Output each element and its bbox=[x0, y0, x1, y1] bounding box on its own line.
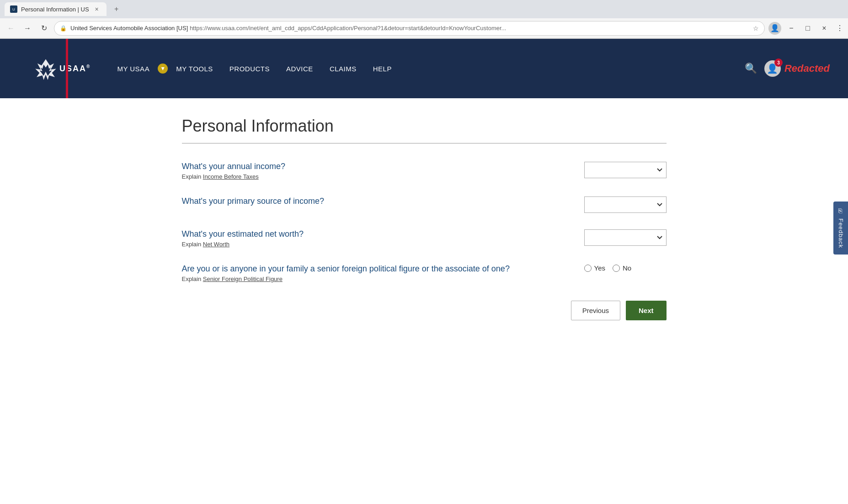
political-figure-no-label: No bbox=[623, 264, 631, 272]
political-figure-yes-radio[interactable] bbox=[584, 265, 592, 272]
net-worth-question: What's your estimated net worth? bbox=[182, 229, 566, 239]
political-figure-no-radio[interactable] bbox=[613, 265, 620, 272]
political-figure-label-area: Are you or is anyone in your family a se… bbox=[182, 264, 566, 282]
annual-income-label-area: What's your annual income? Explain Incom… bbox=[182, 162, 566, 180]
nav-dropdown-icon[interactable]: ▼ bbox=[158, 64, 168, 74]
profile-button[interactable]: 👤 bbox=[768, 22, 781, 35]
net-worth-row: What's your estimated net worth? Explain… bbox=[182, 229, 667, 248]
primary-income-select[interactable] bbox=[584, 196, 667, 213]
political-figure-row: Are you or is anyone in your family a se… bbox=[182, 264, 667, 282]
primary-income-label-area: What's your primary source of income? bbox=[182, 196, 566, 208]
browser-menu-button[interactable]: ⋮ bbox=[836, 24, 843, 32]
primary-income-row: What's your primary source of income? bbox=[182, 196, 667, 213]
maximize-button[interactable]: □ bbox=[801, 22, 814, 35]
nav-item-advice[interactable]: ADVICE bbox=[278, 65, 321, 73]
back-button[interactable]: ← bbox=[5, 22, 17, 35]
political-figure-no-option[interactable]: No bbox=[613, 264, 631, 272]
nav-item-help[interactable]: HELP bbox=[365, 65, 400, 73]
search-button[interactable]: 🔍 bbox=[745, 63, 757, 74]
page-title: Personal Information bbox=[182, 117, 667, 136]
tab-title: Personal Information | US bbox=[21, 6, 89, 13]
net-worth-control bbox=[584, 229, 667, 246]
net-worth-section: What's your estimated net worth? Explain… bbox=[182, 229, 667, 248]
political-figure-section: Are you or is anyone in your family a se… bbox=[182, 264, 667, 282]
usaa-text: USAA® bbox=[59, 64, 91, 74]
political-figure-question: Are you or is anyone in your family a se… bbox=[182, 264, 566, 274]
usaa-logo-area: USAA® bbox=[32, 57, 91, 80]
tab-favicon: U bbox=[10, 5, 17, 13]
new-tab-button[interactable]: + bbox=[110, 3, 123, 16]
annual-income-explain: Explain Income Before Taxes bbox=[182, 173, 566, 180]
user-profile-button[interactable]: 👤 3 bbox=[764, 60, 781, 77]
browser-titlebar: U Personal Information | US × + bbox=[0, 0, 848, 18]
usaa-eagle-icon bbox=[32, 57, 59, 80]
primary-income-section: What's your primary source of income? bbox=[182, 196, 667, 213]
annual-income-row: What's your annual income? Explain Incom… bbox=[182, 162, 667, 180]
lock-icon: 🔒 bbox=[60, 25, 67, 32]
usaa-navigation: USAA® MY USAA ▼ MY TOOLS PRODUCTS ADVICE… bbox=[0, 39, 848, 98]
forward-button[interactable]: → bbox=[21, 22, 34, 35]
political-figure-control: Yes No bbox=[584, 264, 667, 272]
feedback-label: Feedback bbox=[837, 218, 844, 248]
nav-right: 🔍 👤 3 Redacted bbox=[745, 60, 830, 77]
annual-income-control bbox=[584, 162, 667, 178]
nav-item-claims[interactable]: CLAIMS bbox=[321, 65, 365, 73]
main-content: Personal Information What's your annual … bbox=[173, 98, 676, 366]
address-bar[interactable]: 🔒 United Services Automobile Association… bbox=[54, 21, 765, 36]
browser-tab[interactable]: U Personal Information | US × bbox=[5, 2, 107, 16]
nav-item-products[interactable]: PRODUCTS bbox=[221, 65, 278, 73]
usaa-logo: USAA® bbox=[59, 64, 91, 74]
feedback-icon: ⎘ bbox=[837, 208, 844, 215]
nav-user-area: 👤 3 Redacted bbox=[764, 60, 830, 77]
form-footer: Previous Next bbox=[182, 301, 667, 339]
political-figure-yes-label: Yes bbox=[594, 264, 605, 272]
tab-close-button[interactable]: × bbox=[93, 5, 101, 13]
reload-button[interactable]: ↻ bbox=[37, 22, 50, 35]
new-tab-area: + bbox=[107, 3, 127, 16]
nav-item-my-usaa[interactable]: MY USAA bbox=[109, 65, 158, 73]
previous-button[interactable]: Previous bbox=[571, 301, 620, 320]
political-figure-explain: Explain Senior Foreign Political Figure bbox=[182, 276, 566, 282]
redacted-user-name: Redacted bbox=[784, 63, 830, 74]
net-worth-link[interactable]: Net Worth bbox=[203, 241, 229, 248]
nav-item-my-tools[interactable]: MY TOOLS bbox=[168, 65, 221, 73]
primary-income-question: What's your primary source of income? bbox=[182, 196, 566, 206]
senior-foreign-political-link[interactable]: Senior Foreign Political Figure bbox=[203, 276, 283, 282]
annual-income-section: What's your annual income? Explain Incom… bbox=[182, 162, 667, 180]
close-window-button[interactable]: × bbox=[818, 22, 831, 35]
net-worth-select[interactable] bbox=[584, 229, 667, 246]
income-before-taxes-link[interactable]: Income Before Taxes bbox=[203, 173, 259, 180]
address-bar-text: United Services Automobile Association [… bbox=[70, 25, 749, 32]
notification-badge: 3 bbox=[774, 58, 783, 67]
annual-income-select[interactable] bbox=[584, 162, 667, 178]
next-button[interactable]: Next bbox=[626, 301, 667, 320]
bookmark-button[interactable]: ☆ bbox=[753, 25, 759, 32]
browser-chrome: U Personal Information | US × + ← → ↻ 🔒 … bbox=[0, 0, 848, 39]
browser-toolbar: ← → ↻ 🔒 United Services Automobile Assoc… bbox=[0, 18, 848, 38]
feedback-tab[interactable]: ⎘ Feedback bbox=[833, 202, 848, 255]
nav-links: MY USAA ▼ MY TOOLS PRODUCTS ADVICE CLAIM… bbox=[109, 64, 745, 74]
political-figure-radio-group: Yes No bbox=[584, 264, 632, 272]
page-wrapper: USAA® MY USAA ▼ MY TOOLS PRODUCTS ADVICE… bbox=[0, 39, 848, 504]
minimize-button[interactable]: − bbox=[785, 22, 798, 35]
political-figure-yes-option[interactable]: Yes bbox=[584, 264, 605, 272]
annual-income-question: What's your annual income? bbox=[182, 162, 566, 171]
net-worth-explain: Explain Net Worth bbox=[182, 241, 566, 248]
usaa-red-bar bbox=[66, 39, 68, 98]
net-worth-label-area: What's your estimated net worth? Explain… bbox=[182, 229, 566, 248]
title-divider bbox=[182, 143, 667, 143]
primary-income-control bbox=[584, 196, 667, 213]
